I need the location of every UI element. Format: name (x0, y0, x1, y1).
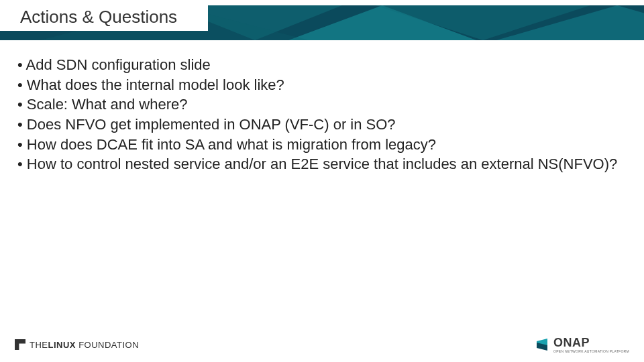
slide-title: Actions & Questions (20, 7, 177, 27)
list-item: Scale: What and where? (15, 95, 624, 115)
list-item: Does NFVO get implemented in ONAP (VF-C)… (15, 115, 624, 135)
linux-foundation-logo: THELINUX FOUNDATION (15, 339, 139, 350)
content-area: Add SDN configuration slide What does th… (15, 55, 624, 174)
list-item: How to control nested service and/or an … (15, 154, 624, 174)
onap-mark-icon (535, 339, 549, 351)
list-item: Add SDN configuration slide (15, 55, 624, 75)
onap-text: ONAP (553, 337, 629, 349)
list-item: What does the internal model look like? (15, 75, 624, 95)
onap-subtext: OPEN NETWORK AUTOMATION PLATFORM (553, 350, 629, 353)
footer: THELINUX FOUNDATION ONAP OPEN NETWORK AU… (0, 333, 644, 357)
onap-logo: ONAP OPEN NETWORK AUTOMATION PLATFORM (535, 337, 629, 353)
lf-text: THELINUX FOUNDATION (30, 340, 139, 350)
bullet-list: Add SDN configuration slide What does th… (15, 55, 624, 174)
list-item: How does DCAE fit into SA and what is mi… (15, 135, 624, 155)
lf-mark-icon (15, 339, 25, 350)
